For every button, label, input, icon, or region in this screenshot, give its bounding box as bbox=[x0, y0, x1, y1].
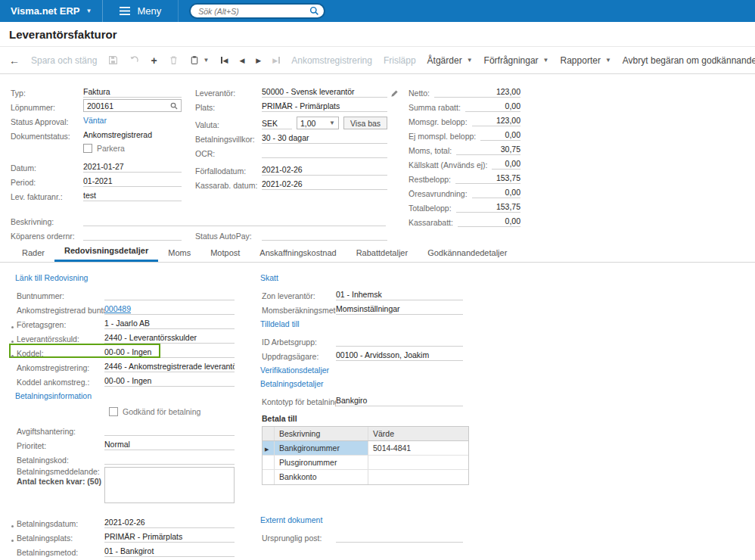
betalningsvillkor-field[interactable]: 30 - 30 dagar bbox=[262, 132, 387, 144]
leverantorsskuld-field[interactable]: 2440 - Leverantörsskulder bbox=[104, 332, 235, 344]
momsgr-belopp-value: 123,00 bbox=[472, 115, 520, 126]
currency-field[interactable]: SEK bbox=[262, 118, 292, 129]
previous-record-button[interactable]: ◀ bbox=[239, 57, 244, 64]
next-record-button[interactable]: ▶ bbox=[256, 57, 261, 64]
search-input[interactable] bbox=[189, 3, 325, 19]
netto-value: 123,00 bbox=[434, 86, 520, 98]
back-button[interactable]: ← bbox=[9, 55, 20, 66]
field-row: Status AutoPay: bbox=[195, 226, 392, 241]
kontotyp-field[interactable]: Bankgiro bbox=[336, 395, 463, 406]
first-record-button[interactable]: ◀ bbox=[221, 57, 228, 64]
total-row: Moms, total:30,75 bbox=[409, 141, 520, 155]
tab-redovisningsdetaljer[interactable]: Redovisningsdetaljer bbox=[54, 242, 158, 262]
datum-field[interactable]: 2021-01-27 bbox=[83, 161, 182, 173]
forfallodatum-field[interactable]: 2021-02-26 bbox=[262, 164, 387, 176]
uppdragsagare-field[interactable]: 00100 - Arvidsson, Joakim bbox=[336, 350, 463, 361]
typ-field[interactable]: Faktura bbox=[83, 86, 182, 98]
buntnr-link[interactable]: 000489 bbox=[104, 304, 131, 313]
atgarder-dropdown[interactable]: Åtgärder ▼ bbox=[427, 55, 473, 66]
betalningsinformation-header[interactable]: Betalningsinformation bbox=[11, 391, 248, 400]
period-field[interactable]: 01-2021 bbox=[83, 176, 182, 187]
bankkonto-value-cell[interactable] bbox=[368, 470, 468, 484]
koparens-ordernr-field[interactable] bbox=[83, 229, 182, 241]
tab-content: Länk till Redovisning Buntnummer: Ankoms… bbox=[0, 263, 755, 560]
field-label: Ankomstregistrering: bbox=[11, 363, 104, 372]
status-approval-value[interactable]: Väntar bbox=[83, 115, 182, 126]
detail-tabs: Rader Redovisningsdetaljer Moms Motpost … bbox=[0, 242, 755, 263]
link-till-redovisning-header[interactable]: Länk till Redovisning bbox=[11, 273, 248, 282]
add-button[interactable]: + bbox=[151, 55, 157, 66]
externt-dokument-header[interactable]: Externt dokument bbox=[256, 515, 472, 524]
table-row[interactable]: ▶ Bankgironummer 5014-4841 bbox=[263, 441, 468, 456]
foretagsgren-field[interactable]: 1 - Jaarlo AB bbox=[104, 318, 235, 329]
ocr-field[interactable] bbox=[262, 147, 387, 158]
avgiftshantering-field[interactable] bbox=[104, 425, 235, 436]
field-row: Status Approval: Väntar bbox=[11, 112, 189, 126]
lopnummer-input[interactable]: 200161 bbox=[83, 99, 182, 112]
parkera-checkbox[interactable] bbox=[83, 144, 92, 153]
total-row: Momsgr. belopp:123,00 bbox=[409, 112, 520, 126]
table-row[interactable]: Plusgironummer bbox=[263, 456, 468, 470]
app-menu-button[interactable]: Visma.net ERP ▼ bbox=[0, 0, 102, 22]
field-label: Företagsgren: bbox=[11, 320, 104, 329]
koddel-field[interactable]: 00-00 - Ingen bbox=[104, 347, 235, 358]
betalningsmeddelande-textarea[interactable] bbox=[104, 467, 235, 503]
field-label: Valuta: bbox=[195, 120, 262, 129]
avbryt-begaran-button[interactable]: Avbryt begäran om godkännande bbox=[623, 55, 755, 66]
plusgironummer-value-cell[interactable] bbox=[368, 456, 468, 469]
summa-rabatt-value: 0,00 bbox=[465, 101, 520, 112]
tab-rader[interactable]: Rader bbox=[12, 244, 54, 262]
chevron-down-icon: ▼ bbox=[204, 57, 210, 64]
skatt-header[interactable]: Skatt bbox=[256, 273, 472, 282]
koddel-ankomstreg-field[interactable]: 00-00 - Ingen bbox=[104, 375, 235, 387]
plusgironummer-cell[interactable]: Plusgironummer bbox=[275, 456, 368, 469]
godkand-checkbox[interactable] bbox=[109, 407, 118, 416]
id-arbetsgrupp-field[interactable] bbox=[336, 335, 463, 347]
betalningsdetaljer-link[interactable]: Betalningsdetaljer bbox=[256, 379, 472, 388]
betalningsplats-field[interactable]: PRIMÄR - Primärplats bbox=[104, 531, 235, 543]
field-row: Betalningsmetod: 01 - Bankgirot bbox=[11, 543, 248, 557]
momsberakningsmetod-field[interactable]: Momsinställningar bbox=[336, 303, 463, 315]
lev-fakturanr-field[interactable]: test bbox=[83, 190, 182, 201]
ankomstregistrering-field[interactable]: 2446 - Ankomstregistrerade leverantörsfa… bbox=[104, 361, 235, 372]
zon-leverantor-field[interactable]: 01 - Inhemsk bbox=[336, 289, 463, 300]
tab-anskaffningskostnad[interactable]: Anskaffningskostnad bbox=[250, 244, 346, 262]
betalningsmetod-field[interactable]: 01 - Bankgirot bbox=[104, 546, 235, 557]
betalningsdatum-field[interactable]: 2021-02-26 bbox=[104, 517, 235, 528]
edit-pencil-icon[interactable] bbox=[390, 89, 399, 98]
field-row: Plats: PRIMÄR - Primärplats bbox=[195, 98, 392, 112]
field-label: Status Approval: bbox=[11, 117, 83, 126]
prioritet-field[interactable]: Normal bbox=[104, 439, 235, 450]
rapporter-dropdown[interactable]: Rapporter ▼ bbox=[561, 55, 611, 66]
tab-motpost[interactable]: Motpost bbox=[200, 244, 250, 262]
leverantor-field[interactable]: 50000 - Svensk leverantör bbox=[262, 86, 387, 98]
menu-button[interactable]: Meny bbox=[102, 0, 179, 22]
lookup-icon[interactable] bbox=[170, 102, 178, 110]
detail-right-pane: Skatt Zon leverantör: 01 - Inhemsk Momsb… bbox=[256, 269, 472, 560]
field-row: Buntnummer: bbox=[11, 286, 248, 300]
kassarab-datum-field[interactable]: 2021-02-26 bbox=[262, 179, 387, 190]
bankgironummer-cell[interactable]: Bankgironummer bbox=[275, 441, 368, 455]
field-row: Leverantörsskuld: 2440 - Leverantörsskul… bbox=[11, 329, 248, 344]
table-row[interactable]: Bankkonto bbox=[263, 470, 468, 484]
visa-bas-button[interactable]: Visa bas bbox=[343, 117, 387, 129]
plats-field[interactable]: PRIMÄR - Primärplats bbox=[262, 101, 387, 112]
verifikationsdetaljer-link[interactable]: Verifikationsdetaljer bbox=[256, 366, 472, 375]
search-icon[interactable] bbox=[309, 6, 319, 16]
bankgironummer-value-cell[interactable]: 5014-4841 bbox=[368, 441, 468, 455]
bankkonto-cell[interactable]: Bankkonto bbox=[275, 470, 368, 484]
exchange-rate-select[interactable]: 1,00 ▼ bbox=[297, 117, 339, 129]
forfragningar-dropdown[interactable]: Förfrågningar ▼ bbox=[484, 55, 549, 66]
buntnummer-field[interactable] bbox=[104, 289, 235, 300]
exchange-rate-value: 1,00 bbox=[300, 119, 315, 128]
ursprunglig-post-field bbox=[336, 531, 463, 543]
tab-rabattdetaljer[interactable]: Rabattdetaljer bbox=[346, 244, 418, 262]
betalningskod-field[interactable] bbox=[104, 453, 235, 465]
betala-till-title: Betala till bbox=[256, 414, 472, 423]
field-row: Ankomstregistrerad buntnr: 000489 bbox=[11, 300, 248, 315]
tab-godkannandedetaljer[interactable]: Godkännandedetaljer bbox=[418, 244, 517, 262]
tab-moms[interactable]: Moms bbox=[158, 244, 200, 262]
tilldelad-till-header[interactable]: Tilldelad till bbox=[256, 319, 472, 328]
field-label: Betalningsdatum: bbox=[11, 519, 104, 528]
copy-paste-button[interactable]: ▼ bbox=[190, 55, 210, 65]
